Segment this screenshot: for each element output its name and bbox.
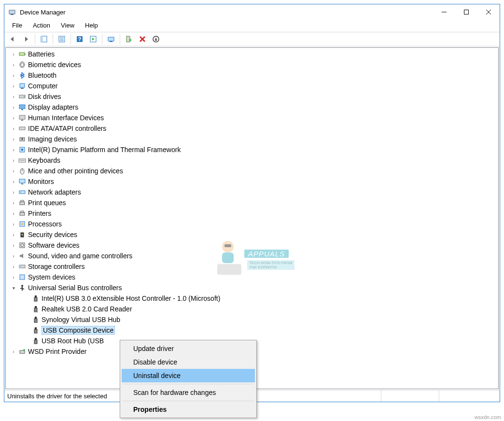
tree-node-label: Sound, video and game controllers bbox=[28, 252, 132, 260]
svg-rect-1 bbox=[11, 14, 14, 15]
chevron-right-icon[interactable]: › bbox=[10, 73, 17, 78]
help-button[interactable]: ? bbox=[73, 33, 86, 45]
properties-button[interactable] bbox=[56, 33, 68, 45]
tree-node[interactable]: ›Processors bbox=[6, 219, 498, 229]
forward-button[interactable] bbox=[20, 33, 32, 45]
tree-node[interactable]: ›Mice and other pointing devices bbox=[6, 166, 498, 176]
chevron-right-icon[interactable]: › bbox=[10, 211, 17, 216]
titlebar: Device Manager bbox=[4, 4, 500, 20]
chevron-right-icon[interactable]: › bbox=[10, 275, 17, 280]
device-icon bbox=[18, 210, 26, 217]
tree-node[interactable]: ›Display adapters bbox=[6, 102, 498, 112]
chevron-right-icon[interactable]: › bbox=[10, 190, 17, 195]
chevron-right-icon[interactable]: › bbox=[10, 126, 17, 131]
svg-rect-0 bbox=[9, 10, 15, 14]
device-icon bbox=[32, 316, 40, 323]
tree-scrollbar[interactable]: ›Batteries›Biometric devices›Bluetooth›C… bbox=[6, 48, 498, 389]
chevron-down-icon[interactable]: ▾ bbox=[10, 285, 17, 291]
device-icon bbox=[18, 103, 26, 111]
menubar: File Action View Help bbox=[4, 20, 500, 32]
tree-node[interactable]: Realtek USB 2.0 Card Reader bbox=[6, 304, 498, 314]
context-separator bbox=[123, 384, 254, 384]
tree-node[interactable]: ›Intel(R) Dynamic Platform and Thermal F… bbox=[6, 144, 498, 155]
tree-node-label: IDE ATA/ATAPI controllers bbox=[28, 125, 106, 132]
chevron-right-icon[interactable]: › bbox=[10, 105, 17, 110]
context-uninstall-device[interactable]: Uninstall device bbox=[122, 369, 255, 382]
uninstall-device-button[interactable] bbox=[136, 33, 149, 45]
context-disable-device[interactable]: Disable device bbox=[122, 355, 255, 369]
menu-file[interactable]: File bbox=[7, 21, 27, 30]
show-hide-tree-button[interactable] bbox=[38, 33, 50, 45]
chevron-right-icon[interactable]: › bbox=[10, 52, 17, 57]
device-icon bbox=[32, 326, 40, 334]
tree-node[interactable]: Intel(R) USB 3.0 eXtensible Host Control… bbox=[6, 293, 498, 304]
tree-node[interactable]: ›Bluetooth bbox=[6, 70, 498, 81]
context-properties[interactable]: Properties bbox=[122, 403, 255, 406]
disable-device-button[interactable] bbox=[150, 33, 162, 45]
chevron-right-icon[interactable]: › bbox=[10, 222, 17, 227]
tree-node[interactable]: ›IDE ATA/ATAPI controllers bbox=[6, 123, 498, 134]
tree-node[interactable]: ›Security devices bbox=[6, 229, 498, 240]
tree-node[interactable]: ›Computer bbox=[6, 81, 498, 91]
chevron-right-icon[interactable]: › bbox=[10, 158, 17, 163]
tree-node[interactable]: ›Print queues bbox=[6, 197, 498, 208]
tree-node[interactable]: ▾Universal Serial Bus controllers bbox=[6, 282, 498, 293]
tree-node[interactable]: ›Software devices bbox=[6, 240, 498, 251]
svg-rect-21 bbox=[19, 53, 25, 56]
tree-node[interactable]: ›Imaging devices bbox=[6, 134, 498, 144]
tree-node[interactable]: USB Composite Device bbox=[6, 325, 498, 336]
tree-node[interactable]: ›Monitors bbox=[6, 176, 498, 187]
tree-node[interactable]: ›Keyboards bbox=[6, 155, 498, 166]
back-button[interactable] bbox=[6, 33, 19, 45]
svg-text:?: ? bbox=[78, 36, 82, 42]
svg-point-24 bbox=[21, 63, 24, 67]
tree-node[interactable]: ›System devices bbox=[6, 272, 498, 282]
chevron-right-icon[interactable]: › bbox=[10, 200, 17, 206]
chevron-right-icon[interactable]: › bbox=[10, 115, 17, 121]
chevron-right-icon[interactable]: › bbox=[10, 253, 17, 259]
status-segment bbox=[439, 391, 497, 402]
tree-node-label: Disk drives bbox=[28, 93, 61, 100]
menu-action[interactable]: Action bbox=[28, 21, 55, 30]
svg-rect-72 bbox=[34, 340, 37, 344]
chevron-right-icon[interactable]: › bbox=[10, 94, 17, 99]
tree-node[interactable]: ›Network adapters bbox=[6, 187, 498, 197]
chevron-right-icon[interactable]: › bbox=[10, 84, 17, 89]
tree-node[interactable]: ›Sound, video and game controllers bbox=[6, 251, 498, 261]
context-scan-hardware[interactable]: Scan for hardware changes bbox=[122, 386, 255, 399]
tree-node[interactable]: ›Human Interface Devices bbox=[6, 112, 498, 123]
minimize-button[interactable] bbox=[433, 5, 455, 19]
tree-node-label: Batteries bbox=[28, 50, 55, 58]
scan-hardware-button[interactable] bbox=[105, 33, 117, 45]
chevron-right-icon[interactable]: › bbox=[10, 137, 17, 142]
svg-rect-32 bbox=[21, 120, 23, 121]
chevron-right-icon[interactable]: › bbox=[10, 179, 17, 184]
chevron-right-icon[interactable]: › bbox=[10, 168, 17, 174]
window-title: Device Manager bbox=[20, 9, 433, 16]
chevron-right-icon[interactable]: › bbox=[10, 243, 17, 248]
app-icon bbox=[8, 8, 16, 16]
tree-node[interactable]: ›Storage controllers bbox=[6, 261, 498, 272]
chevron-right-icon[interactable]: › bbox=[10, 349, 17, 354]
svg-rect-3 bbox=[464, 10, 469, 14]
chevron-right-icon[interactable]: › bbox=[10, 147, 17, 153]
enable-device-button[interactable] bbox=[123, 33, 135, 45]
chevron-right-icon[interactable]: › bbox=[10, 232, 17, 238]
device-icon bbox=[18, 199, 26, 207]
device-icon bbox=[32, 305, 40, 313]
tree-node[interactable]: ›Disk drives bbox=[6, 91, 498, 102]
tree-node[interactable]: ›Printers bbox=[6, 208, 498, 219]
menu-view[interactable]: View bbox=[56, 21, 79, 30]
tree-node-label: Realtek USB 2.0 Card Reader bbox=[42, 305, 132, 313]
action-button[interactable] bbox=[87, 33, 99, 45]
chevron-right-icon[interactable]: › bbox=[10, 62, 17, 68]
maximize-button[interactable] bbox=[455, 5, 477, 19]
tree-node[interactable]: ›Biometric devices bbox=[6, 59, 498, 70]
menu-help[interactable]: Help bbox=[80, 21, 103, 30]
svg-point-74 bbox=[23, 349, 25, 351]
tree-node[interactable]: ›Batteries bbox=[6, 49, 498, 59]
chevron-right-icon[interactable]: › bbox=[10, 264, 17, 269]
tree-node[interactable]: Synology Virtual USB Hub bbox=[6, 314, 498, 325]
context-update-driver[interactable]: Update driver bbox=[122, 342, 255, 355]
close-button[interactable] bbox=[477, 5, 500, 19]
